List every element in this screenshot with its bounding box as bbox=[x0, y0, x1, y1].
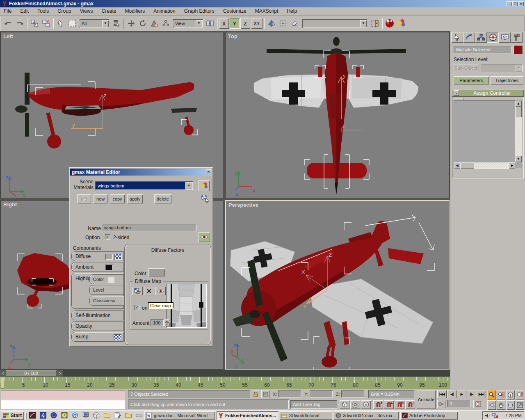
pan-button[interactable] bbox=[497, 400, 505, 410]
scroll-right-icon[interactable]: ▶ bbox=[509, 162, 515, 169]
diffuse-color-swatch[interactable] bbox=[105, 254, 113, 260]
menu-maxscript[interactable]: MAXScript bbox=[251, 7, 282, 15]
drive-quicklaunch-icon[interactable] bbox=[135, 412, 143, 419]
amount-field[interactable]: 100 bbox=[151, 319, 164, 326]
degradation-override-button[interactable] bbox=[340, 400, 349, 409]
diffuse-component-tab[interactable]: Diffuse bbox=[71, 251, 124, 261]
rollout-collapse-icon[interactable]: - bbox=[454, 90, 459, 96]
highlight-level-subtab[interactable]: Level bbox=[89, 285, 124, 295]
menu-create[interactable]: Create bbox=[98, 7, 120, 15]
photoshop-quicklaunch-icon[interactable] bbox=[29, 412, 36, 419]
next-frame-button[interactable]: |▶ bbox=[467, 390, 476, 398]
undo-button[interactable] bbox=[2, 18, 14, 29]
restrict-z-button[interactable]: Z bbox=[240, 18, 250, 29]
zoom-button[interactable] bbox=[487, 390, 496, 399]
highlight-color-subtab[interactable]: Color bbox=[89, 274, 124, 284]
arc-rotate-button[interactable] bbox=[506, 400, 515, 410]
3dsmax4-quicklaunch-icon[interactable] bbox=[39, 412, 47, 419]
time-ruler[interactable]: 5 10 15 20 25 30 35 40 45 50 55 60 65 70… bbox=[0, 377, 450, 389]
ambient-component-tab[interactable]: Ambient bbox=[71, 262, 124, 272]
3d-app-quicklaunch-icon[interactable] bbox=[93, 412, 100, 419]
amount-spinner[interactable]: ▲ ▼ bbox=[164, 319, 169, 326]
highlight-color-swatch[interactable] bbox=[108, 277, 114, 283]
named-selection-dropdown[interactable]: ▼ bbox=[302, 19, 367, 28]
view-map-button[interactable] bbox=[155, 287, 166, 295]
map-on-checkbox[interactable]: ✓ bbox=[134, 305, 139, 310]
chevron-down-icon[interactable]: ▼ bbox=[102, 20, 109, 27]
controller-list[interactable]: ▲ ▼ ◀ ▶ bbox=[454, 100, 522, 169]
volume-icon[interactable] bbox=[485, 413, 491, 418]
taskbar-task-gmax-active[interactable]: FokkerFinishedAlmos... bbox=[217, 411, 278, 420]
zoom-all-button[interactable] bbox=[497, 390, 505, 399]
x-coordinate-field[interactable] bbox=[278, 390, 301, 397]
snap-toggle-percent-button[interactable]: % bbox=[395, 400, 404, 409]
menu-file[interactable]: File bbox=[0, 7, 15, 15]
crossing-selection-button[interactable] bbox=[350, 400, 360, 409]
vertical-scrollbar[interactable]: ▲ ▼ bbox=[515, 100, 522, 162]
play-animation-button[interactable]: ▶ bbox=[457, 390, 466, 398]
sub-object-button[interactable]: Sub-Object bbox=[453, 64, 479, 72]
rectangular-selection-region-button[interactable] bbox=[66, 18, 78, 29]
viewport-perspective[interactable]: Z X Y z x y Perspective bbox=[225, 200, 450, 370]
scroll-left-icon[interactable]: ◀ bbox=[454, 162, 460, 169]
chevron-down-icon[interactable]: ▼ bbox=[360, 20, 367, 27]
named-selection-sets-button[interactable] bbox=[369, 18, 381, 29]
network-offline-icon[interactable] bbox=[492, 413, 498, 418]
field-of-view-button[interactable] bbox=[487, 400, 496, 410]
minimize-button[interactable]: _ bbox=[507, 1, 512, 6]
menu-tools[interactable]: Tools bbox=[34, 7, 52, 15]
select-and-scale-button[interactable] bbox=[148, 18, 160, 29]
menu-animation[interactable]: Animation bbox=[150, 7, 179, 15]
opacity-component-tab[interactable]: Opacity bbox=[71, 321, 124, 331]
tab-create[interactable] bbox=[451, 32, 463, 43]
frame-back-button[interactable]: < bbox=[0, 370, 6, 377]
taskbar-grip[interactable] bbox=[25, 412, 27, 419]
select-and-move-button[interactable] bbox=[126, 18, 137, 29]
self-illumination-component-tab[interactable]: Self-Illumination bbox=[71, 310, 124, 320]
assign-controller-header[interactable]: - Assign Controller bbox=[452, 89, 524, 96]
viewport-label-left[interactable]: Left bbox=[3, 33, 13, 39]
diffuse-factor-color-swatch[interactable] bbox=[148, 268, 165, 276]
copy-material-button[interactable]: copy bbox=[110, 194, 125, 203]
menu-modifiers[interactable]: Modifiers bbox=[121, 7, 149, 15]
bump-map-icon[interactable] bbox=[114, 334, 121, 340]
start-button[interactable]: Start bbox=[1, 411, 24, 420]
add-time-tag-field[interactable]: Add Time Tag bbox=[290, 400, 337, 409]
snap-toggle-angle-button[interactable]: ∠ bbox=[384, 400, 394, 409]
new-material-button[interactable]: new bbox=[94, 194, 107, 203]
media-player-quicklaunch-icon[interactable] bbox=[50, 412, 57, 419]
tab-display[interactable] bbox=[499, 32, 511, 43]
maximize-button[interactable]: □ bbox=[512, 1, 518, 6]
chevron-down-icon[interactable]: ▼ bbox=[185, 182, 192, 189]
frame-forward-button[interactable]: > bbox=[57, 370, 63, 377]
menu-group[interactable]: Group bbox=[54, 7, 75, 15]
parameters-button[interactable]: Parameters bbox=[454, 76, 489, 84]
tray-clock[interactable]: 7:28 PM bbox=[505, 413, 522, 418]
render-button[interactable] bbox=[395, 18, 407, 29]
zoom-extents-button[interactable] bbox=[506, 390, 515, 399]
vertical-scroll-thumb[interactable] bbox=[515, 107, 522, 117]
highlight-glossiness-subtab[interactable]: Glossiness bbox=[89, 296, 125, 306]
delete-material-button[interactable]: delete bbox=[154, 194, 171, 203]
selection-filter-dropdown[interactable]: All ▼ bbox=[80, 19, 109, 28]
align-button[interactable] bbox=[289, 18, 300, 29]
assign-map-button[interactable] bbox=[132, 287, 143, 295]
show-map-in-viewport-button[interactable] bbox=[199, 232, 210, 242]
menu-help[interactable]: Help bbox=[283, 7, 301, 15]
two-sided-checkbox[interactable]: ✓ bbox=[105, 234, 110, 240]
tab-hierarchy[interactable] bbox=[475, 32, 487, 43]
frame-display-button[interactable]: 0 / 100 bbox=[6, 370, 57, 377]
scroll-down-icon[interactable]: ▼ bbox=[515, 156, 522, 162]
chevron-down-icon[interactable]: ▼ bbox=[196, 20, 202, 27]
min-max-toggle-button[interactable] bbox=[516, 400, 524, 410]
restrict-y-button[interactable]: Y bbox=[230, 18, 240, 29]
taskbar-task-3dsmax[interactable]: 3dworld04.max - 3ds ma... bbox=[334, 411, 399, 420]
select-by-name-button[interactable] bbox=[111, 18, 122, 29]
document-edit-quicklaunch-icon[interactable] bbox=[114, 412, 121, 419]
key-mode-toggle-button[interactable] bbox=[437, 400, 445, 408]
animate-button[interactable]: Animate bbox=[417, 390, 436, 409]
reference-coordinate-dropdown[interactable]: View ▼ bbox=[173, 19, 203, 28]
viewport-label-perspective[interactable]: Perspective bbox=[228, 202, 258, 208]
horizontal-scroll-thumb[interactable] bbox=[460, 162, 474, 169]
menu-edit[interactable]: Edit bbox=[16, 7, 32, 15]
